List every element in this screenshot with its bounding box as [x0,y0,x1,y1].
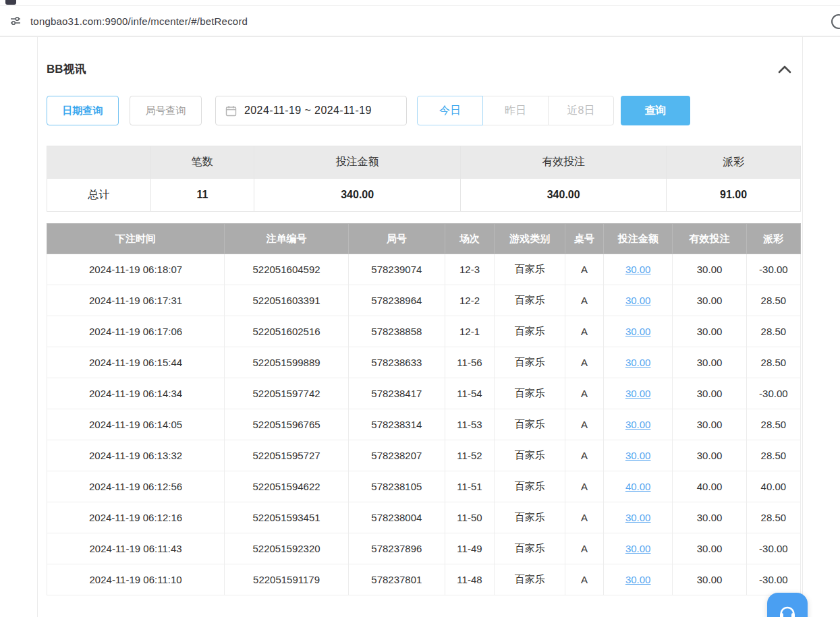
cell-valid-bet: 30.00 [673,254,746,285]
cell-round-no: 578238858 [349,316,445,347]
cell-round-no: 578238207 [349,440,445,471]
records-header-row: 下注时间 注单编号 局号 场次 游戏类别 桌号 投注金额 有效投注 派彩 [47,224,801,254]
bet-amount-link[interactable]: 30.00 [625,357,651,368]
last-8-days-button[interactable]: 近8日 [548,96,614,125]
table-row: 2024-11-19 06:15:44522051599889578238633… [47,347,801,378]
bet-amount-link[interactable]: 30.00 [625,264,651,275]
records-table: 下注时间 注单编号 局号 场次 游戏类别 桌号 投注金额 有效投注 派彩 202… [47,223,801,595]
date-range-value: 2024-11-19 ~ 2024-11-19 [244,105,372,117]
header-session: 场次 [445,224,495,254]
bet-amount-link[interactable]: 30.00 [625,512,651,523]
cell-order-no: 522051591179 [225,564,349,595]
customer-service-button[interactable] [767,593,808,617]
cell-round-no: 578238314 [349,409,445,440]
cell-bet-amount: 30.00 [603,378,673,409]
bet-amount-link[interactable]: 30.00 [625,295,651,306]
cell-game-type: 百家乐 [495,254,565,285]
cell-bet-amount: 30.00 [603,533,673,564]
cell-valid-bet: 30.00 [673,502,746,533]
cell-game-type: 百家乐 [495,285,565,316]
cell-game-type: 百家乐 [495,502,565,533]
cell-bet-time: 2024-11-19 06:18:07 [47,254,225,285]
cell-session: 11-49 [445,533,495,564]
cell-payout: -30.00 [746,378,800,409]
cell-order-no: 522051604592 [225,254,349,285]
bet-amount-link[interactable]: 40.00 [625,481,651,492]
cell-round-no: 578237896 [349,533,445,564]
cell-bet-amount: 40.00 [603,471,673,502]
date-query-tab[interactable]: 日期查询 [47,96,119,125]
bet-amount-link[interactable]: 30.00 [625,543,651,554]
browser-tab-strip [0,0,840,5]
cell-order-no: 522051592320 [225,533,349,564]
cell-valid-bet: 30.00 [673,564,746,595]
cell-payout: 28.50 [746,285,800,316]
cell-order-no: 522051597742 [225,378,349,409]
search-button[interactable]: 查询 [621,96,690,125]
cell-table-no: A [565,347,604,378]
yesterday-button[interactable]: 昨日 [482,96,549,125]
cell-bet-amount: 30.00 [603,564,673,595]
bet-amount-link[interactable]: 30.00 [625,388,651,399]
header-valid-bet: 有效投注 [673,224,746,254]
cell-valid-bet: 30.00 [673,316,746,347]
cell-session: 11-56 [445,347,495,378]
table-row: 2024-11-19 06:14:05522051596765578238314… [47,409,801,440]
cell-order-no: 522051596765 [225,409,349,440]
cell-order-no: 522051594622 [225,471,349,502]
cell-bet-time: 2024-11-19 06:11:10 [47,564,225,595]
cell-table-no: A [565,378,604,409]
summary-header-valid-bet: 有效投注 [461,146,667,179]
cell-valid-bet: 30.00 [673,409,746,440]
cell-bet-time: 2024-11-19 06:14:34 [47,378,225,409]
table-row: 2024-11-19 06:13:32522051595727578238207… [47,440,801,471]
cell-bet-time: 2024-11-19 06:17:31 [47,285,225,316]
cell-session: 11-51 [445,471,495,502]
summary-header-bet-amount: 投注金额 [254,146,461,179]
url-text[interactable]: tongbao31.com:9900/infe/mcenter/#/betRec… [30,16,248,27]
summary-header-payout: 派彩 [667,146,801,179]
cell-table-no: A [565,316,604,347]
bet-amount-link[interactable]: 30.00 [625,450,651,461]
cell-order-no: 522051603391 [225,285,349,316]
cell-round-no: 578238633 [349,347,445,378]
today-button[interactable]: 今日 [417,96,483,125]
cell-bet-time: 2024-11-19 06:11:43 [47,533,225,564]
cell-bet-time: 2024-11-19 06:12:56 [47,471,225,502]
extension-icon[interactable] [831,14,840,29]
summary-payout: 91.00 [667,179,801,212]
summary-bet-amount: 340.00 [254,179,461,212]
browser-address-bar[interactable]: tongbao31.com:9900/infe/mcenter/#/betRec… [0,5,840,36]
table-row: 2024-11-19 06:12:56522051594622578238105… [47,471,801,502]
cell-bet-time: 2024-11-19 06:15:44 [47,347,225,378]
cell-payout: -30.00 [746,564,800,595]
filter-bar: 日期查询 局号查询 2024-11-19 ~ 2024-11-19 今日 昨日 … [47,96,801,125]
date-range-input[interactable]: 2024-11-19 ~ 2024-11-19 [215,96,407,125]
cell-session: 11-53 [445,409,495,440]
cell-valid-bet: 30.00 [673,533,746,564]
cell-session: 12-1 [445,316,495,347]
table-row: 2024-11-19 06:17:31522051603391578238964… [47,285,801,316]
site-info-icon[interactable] [9,15,22,27]
header-game-type: 游戏类别 [495,224,565,254]
header-bet-time: 下注时间 [47,224,225,254]
cell-table-no: A [565,409,604,440]
panel-header: BB视讯 [47,61,801,77]
bet-amount-link[interactable]: 30.00 [625,574,651,585]
cell-bet-time: 2024-11-19 06:17:06 [47,316,225,347]
cell-table-no: A [565,564,604,595]
cell-bet-amount: 30.00 [603,502,673,533]
round-query-tab[interactable]: 局号查询 [130,96,202,125]
cell-bet-amount: 30.00 [603,409,673,440]
header-table-no: 桌号 [565,224,604,254]
cell-game-type: 百家乐 [495,533,565,564]
cell-round-no: 578238004 [349,502,445,533]
bet-record-panel: BB视讯 日期查询 局号查询 2024-11-19 [37,37,803,617]
cell-bet-amount: 30.00 [603,440,673,471]
bet-amount-link[interactable]: 30.00 [625,326,651,337]
cell-valid-bet: 30.00 [673,347,746,378]
bet-amount-link[interactable]: 30.00 [625,419,651,430]
collapse-chevron-icon[interactable] [777,64,793,75]
cell-order-no: 522051599889 [225,347,349,378]
cell-table-no: A [565,285,604,316]
